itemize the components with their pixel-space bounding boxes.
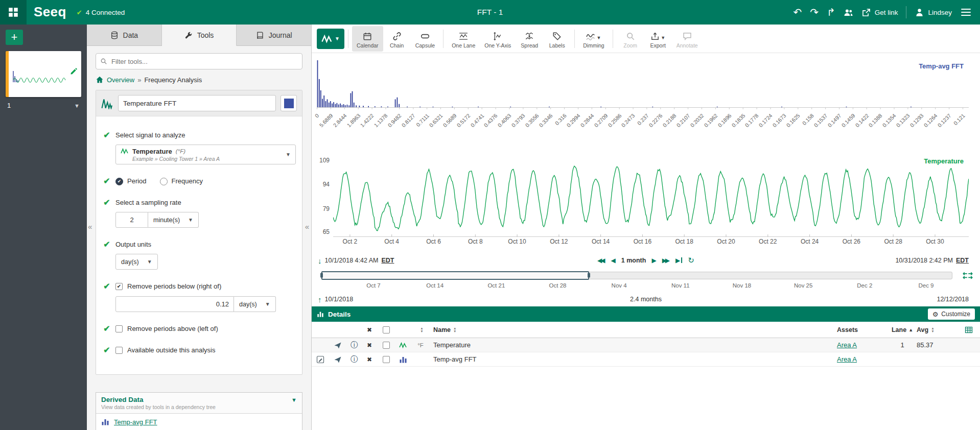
remove-below-value-input[interactable] bbox=[115, 296, 234, 312]
refresh-icon[interactable]: ↻ bbox=[688, 256, 694, 265]
get-link-button[interactable]: Get link bbox=[861, 8, 898, 17]
users-icon[interactable] bbox=[844, 8, 853, 17]
sampling-rate-input[interactable] bbox=[115, 212, 148, 228]
end-timezone-link[interactable]: EDT bbox=[956, 257, 969, 264]
worksheet-thumbnail[interactable] bbox=[6, 51, 81, 97]
send-icon[interactable] bbox=[334, 341, 342, 349]
details-row[interactable]: ⓘ✖Temp-avg FFTArea A bbox=[312, 352, 980, 367]
color-swatch-button[interactable] bbox=[281, 95, 297, 111]
sort-asc-icon[interactable]: ▲ bbox=[908, 327, 913, 332]
tab-journal[interactable]: Journal bbox=[237, 25, 311, 45]
step-forward-button[interactable]: ▶ bbox=[651, 257, 656, 264]
table-config-icon[interactable] bbox=[965, 326, 973, 334]
remove-above-checkbox[interactable] bbox=[115, 325, 123, 332]
chevron-down-icon[interactable]: ▼ bbox=[74, 103, 80, 109]
step-back-many-button[interactable]: ◀◀ bbox=[597, 257, 605, 264]
filter-tools-input[interactable] bbox=[96, 53, 302, 69]
remove-below-toggle[interactable]: Remove periods below (right of) bbox=[115, 282, 296, 291]
edit-worksheet-icon[interactable] bbox=[70, 67, 78, 75]
breadcrumb-overview-link[interactable]: Overview bbox=[107, 76, 134, 84]
pencil-square-icon[interactable] bbox=[316, 355, 324, 364]
display-start[interactable]: 10/1/2018 4:42 AM bbox=[325, 257, 379, 264]
info-icon[interactable]: ⓘ bbox=[351, 355, 358, 364]
collapse-panel-right-icon[interactable]: « bbox=[305, 222, 309, 231]
customize-button[interactable]: ⚙ Customize bbox=[928, 308, 975, 320]
radio-frequency[interactable]: Frequency bbox=[160, 177, 203, 186]
avg-column-header[interactable]: Avg bbox=[917, 326, 928, 333]
output-units-dropdown[interactable]: day(s)▼ bbox=[115, 254, 158, 270]
toolbar-button-spread[interactable]: Spread bbox=[516, 26, 543, 52]
remove-all-icon[interactable]: ✖ bbox=[367, 326, 372, 333]
signal-select-dropdown[interactable]: Temperature (°F) Example » Cooling Tower… bbox=[115, 145, 296, 164]
trend-yaxis[interactable]: 109947965 bbox=[316, 153, 333, 252]
details-row[interactable]: ⓘ✖°FTemperatureArea A185.37 bbox=[312, 338, 980, 352]
display-end[interactable]: 10/31/2018 2:42 PM bbox=[895, 257, 953, 264]
tool-name-input[interactable] bbox=[118, 95, 276, 111]
clipped-toggle[interactable]: Available outside this analysis bbox=[115, 346, 296, 355]
step-to-now-button[interactable]: ▶ bbox=[675, 257, 682, 264]
toolbar-button-export[interactable]: ▼Export bbox=[644, 26, 672, 52]
display-range-selector[interactable] bbox=[321, 271, 589, 280]
remove-icon[interactable]: ✖ bbox=[367, 356, 372, 363]
duration-label[interactable]: 1 month bbox=[621, 257, 646, 264]
start-timezone-link[interactable]: EDT bbox=[381, 257, 394, 264]
select-all-checkbox[interactable] bbox=[383, 326, 390, 333]
info-icon[interactable]: ⓘ bbox=[351, 341, 358, 350]
toolbar-button-zoom[interactable]: Zoom bbox=[617, 26, 644, 52]
remove-icon[interactable]: ✖ bbox=[367, 342, 372, 349]
sort-icon[interactable]: ▲▼ bbox=[453, 327, 456, 332]
radio-period[interactable]: Period bbox=[115, 177, 147, 186]
sort-icon[interactable]: ▲▼ bbox=[931, 327, 934, 332]
user-menu[interactable]: Lindsey bbox=[915, 8, 952, 17]
connection-status[interactable]: ✔ 4 Connected bbox=[77, 9, 125, 16]
toolbar-button-one-y-axis[interactable]: One Y-Axis bbox=[480, 26, 516, 52]
investigate-end[interactable]: 12/12/2018 bbox=[937, 296, 969, 303]
toolbar-button-chain[interactable]: Chain bbox=[383, 26, 411, 52]
sort-icon[interactable]: ▲▼ bbox=[420, 327, 423, 332]
asset-link[interactable]: Area A bbox=[837, 341, 857, 349]
investigate-start[interactable]: 10/1/2018 bbox=[325, 296, 354, 303]
step-complete-icon: ✔ bbox=[98, 198, 115, 228]
toolbar-button-annotate[interactable]: Annotate bbox=[672, 26, 703, 52]
redo-icon[interactable]: ↷ bbox=[810, 7, 819, 17]
fft-plot[interactable] bbox=[317, 56, 969, 110]
asset-link[interactable]: Area A bbox=[837, 355, 857, 363]
step-back-button[interactable]: ◀ bbox=[611, 257, 616, 264]
add-worksheet-button[interactable]: + bbox=[6, 30, 23, 45]
forward-icon[interactable]: ↱ bbox=[827, 7, 835, 17]
toolbar-button-dimming[interactable]: ▼Dimming bbox=[578, 26, 609, 52]
sampling-unit-dropdown[interactable]: minute(s)▼ bbox=[148, 212, 199, 228]
send-icon[interactable] bbox=[334, 355, 342, 364]
collapse-panel-left-icon[interactable]: « bbox=[88, 222, 92, 231]
name-column-header[interactable]: Name bbox=[433, 326, 451, 333]
home-icon[interactable] bbox=[96, 76, 104, 84]
undo-icon[interactable]: ↶ bbox=[793, 7, 802, 17]
tab-data[interactable]: Data bbox=[87, 25, 162, 45]
hamburger-menu-icon[interactable] bbox=[960, 6, 972, 19]
remove-above-toggle[interactable]: Remove periods above (left of) bbox=[115, 324, 296, 333]
expand-range-icon[interactable] bbox=[952, 270, 973, 280]
step-forward-many-button[interactable]: ▶▶ bbox=[662, 257, 670, 264]
row-checkbox[interactable] bbox=[383, 356, 390, 363]
display-mode-dropdown[interactable]: ▼ bbox=[317, 29, 344, 49]
clipped-checkbox[interactable] bbox=[115, 347, 123, 354]
trend-chart: 109947965 Temperature Oct 2Oct 4Oct 6Oct… bbox=[312, 151, 980, 252]
toolbar-button-capsule[interactable]: Capsule bbox=[411, 26, 440, 52]
remove-below-checkbox[interactable] bbox=[115, 283, 123, 290]
toolbar-button-one-lane[interactable]: One Lane bbox=[447, 26, 480, 52]
derived-data-item[interactable]: Temp-avg FFT bbox=[96, 413, 302, 430]
remove-below-unit-dropdown[interactable]: day(s)▼ bbox=[234, 296, 276, 312]
trend-plot[interactable] bbox=[333, 153, 969, 237]
derived-data-header[interactable]: Derived Data ▼ bbox=[96, 393, 302, 404]
app-grid-button[interactable] bbox=[0, 0, 27, 25]
investigate-duration[interactable]: 2.4 months bbox=[630, 296, 662, 303]
lane-column-header[interactable]: Lane bbox=[892, 326, 906, 333]
assets-column-header[interactable]: Assets bbox=[837, 326, 858, 333]
toolbar-button-calendar[interactable]: Calendar bbox=[352, 26, 383, 52]
row-checkbox[interactable] bbox=[383, 342, 390, 349]
trend-series-label[interactable]: Temperature bbox=[924, 157, 964, 165]
toolbar-button-labels[interactable]: Labels bbox=[543, 26, 571, 52]
investigate-range-track[interactable] bbox=[321, 272, 952, 279]
fft-series-label[interactable]: Temp-avg FFT bbox=[919, 62, 964, 70]
tab-tools[interactable]: Tools bbox=[162, 25, 237, 46]
